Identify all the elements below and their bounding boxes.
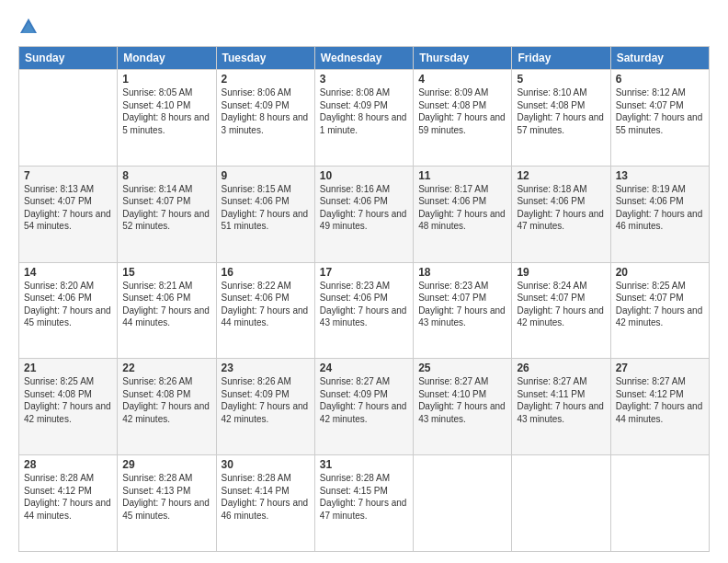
day-number: 5 [517, 73, 605, 86]
day-number: 21 [24, 362, 112, 374]
day-info: Sunrise: 8:28 AM Sunset: 4:13 PM Dayligh… [122, 472, 210, 522]
calendar-cell: 13Sunrise: 8:19 AM Sunset: 4:06 PM Dayli… [610, 166, 709, 262]
calendar-cell: 8Sunrise: 8:14 AM Sunset: 4:07 PM Daylig… [118, 166, 216, 262]
calendar-cell: 31Sunrise: 8:28 AM Sunset: 4:15 PM Dayli… [314, 455, 413, 552]
day-info: Sunrise: 8:26 AM Sunset: 4:09 PM Dayligh… [222, 375, 310, 425]
day-number: 28 [24, 458, 112, 471]
calendar-cell: 3Sunrise: 8:08 AM Sunset: 4:09 PM Daylig… [314, 70, 413, 167]
day-info: Sunrise: 8:26 AM Sunset: 4:08 PM Dayligh… [122, 375, 210, 425]
day-info: Sunrise: 8:20 AM Sunset: 4:06 PM Dayligh… [24, 280, 112, 329]
calendar-cell [512, 455, 610, 552]
calendar-cell: 30Sunrise: 8:28 AM Sunset: 4:14 PM Dayli… [216, 455, 314, 552]
day-info: Sunrise: 8:13 AM Sunset: 4:07 PM Dayligh… [24, 183, 112, 233]
day-info: Sunrise: 8:25 AM Sunset: 4:08 PM Dayligh… [24, 375, 112, 425]
calendar-week-4: 21Sunrise: 8:25 AM Sunset: 4:08 PM Dayli… [19, 359, 710, 455]
weekday-header-saturday: Saturday [610, 47, 709, 70]
calendar-cell [19, 70, 118, 167]
calendar-header-row: SundayMondayTuesdayWednesdayThursdayFrid… [19, 47, 710, 70]
calendar-cell: 19Sunrise: 8:24 AM Sunset: 4:07 PM Dayli… [512, 262, 610, 359]
page: SundayMondayTuesdayWednesdayThursdayFrid… [0, 0, 728, 563]
calendar-cell: 29Sunrise: 8:28 AM Sunset: 4:13 PM Dayli… [118, 455, 216, 552]
weekday-header-thursday: Thursday [414, 47, 512, 70]
calendar-cell: 9Sunrise: 8:15 AM Sunset: 4:06 PM Daylig… [216, 166, 314, 262]
day-number: 15 [122, 266, 210, 279]
day-number: 1 [122, 73, 210, 86]
calendar-table: SundayMondayTuesdayWednesdayThursdayFrid… [18, 46, 710, 552]
day-info: Sunrise: 8:28 AM Sunset: 4:15 PM Dayligh… [320, 472, 408, 522]
calendar-cell: 16Sunrise: 8:22 AM Sunset: 4:06 PM Dayli… [216, 262, 314, 359]
calendar-week-2: 7Sunrise: 8:13 AM Sunset: 4:07 PM Daylig… [19, 166, 710, 262]
day-number: 8 [122, 169, 210, 182]
day-number: 27 [616, 362, 704, 374]
day-info: Sunrise: 8:12 AM Sunset: 4:07 PM Dayligh… [616, 86, 704, 136]
calendar-cell: 7Sunrise: 8:13 AM Sunset: 4:07 PM Daylig… [19, 166, 118, 262]
day-number: 24 [320, 362, 408, 374]
day-info: Sunrise: 8:09 AM Sunset: 4:08 PM Dayligh… [418, 86, 506, 136]
calendar-cell: 28Sunrise: 8:28 AM Sunset: 4:12 PM Dayli… [19, 455, 118, 552]
day-info: Sunrise: 8:06 AM Sunset: 4:09 PM Dayligh… [222, 86, 310, 136]
day-info: Sunrise: 8:25 AM Sunset: 4:07 PM Dayligh… [616, 280, 704, 329]
day-number: 29 [122, 458, 210, 471]
weekday-header-friday: Friday [512, 47, 610, 70]
calendar-cell: 20Sunrise: 8:25 AM Sunset: 4:07 PM Dayli… [610, 262, 709, 359]
day-number: 7 [24, 169, 112, 182]
day-info: Sunrise: 8:27 AM Sunset: 4:09 PM Dayligh… [320, 375, 408, 425]
header [18, 17, 710, 37]
day-info: Sunrise: 8:28 AM Sunset: 4:14 PM Dayligh… [222, 472, 310, 522]
logo [18, 17, 42, 37]
day-number: 3 [320, 73, 408, 86]
calendar-cell: 24Sunrise: 8:27 AM Sunset: 4:09 PM Dayli… [314, 359, 413, 455]
day-number: 20 [616, 266, 704, 279]
day-info: Sunrise: 8:21 AM Sunset: 4:06 PM Dayligh… [122, 280, 210, 329]
calendar-cell: 18Sunrise: 8:23 AM Sunset: 4:07 PM Dayli… [414, 262, 512, 359]
day-number: 26 [517, 362, 605, 374]
calendar-cell: 10Sunrise: 8:16 AM Sunset: 4:06 PM Dayli… [314, 166, 413, 262]
day-info: Sunrise: 8:28 AM Sunset: 4:12 PM Dayligh… [24, 472, 112, 522]
day-info: Sunrise: 8:27 AM Sunset: 4:11 PM Dayligh… [517, 375, 605, 425]
day-number: 10 [320, 169, 408, 182]
day-info: Sunrise: 8:19 AM Sunset: 4:06 PM Dayligh… [616, 183, 704, 233]
day-info: Sunrise: 8:18 AM Sunset: 4:06 PM Dayligh… [517, 183, 605, 233]
day-info: Sunrise: 8:15 AM Sunset: 4:06 PM Dayligh… [222, 183, 310, 233]
calendar-cell: 12Sunrise: 8:18 AM Sunset: 4:06 PM Dayli… [512, 166, 610, 262]
day-info: Sunrise: 8:23 AM Sunset: 4:07 PM Dayligh… [418, 280, 506, 329]
calendar-cell: 5Sunrise: 8:10 AM Sunset: 4:08 PM Daylig… [512, 70, 610, 167]
calendar-cell: 27Sunrise: 8:27 AM Sunset: 4:12 PM Dayli… [610, 359, 709, 455]
day-number: 16 [222, 266, 310, 279]
day-number: 30 [222, 458, 310, 471]
day-number: 6 [616, 73, 704, 86]
calendar-week-3: 14Sunrise: 8:20 AM Sunset: 4:06 PM Dayli… [19, 262, 710, 359]
day-number: 11 [418, 169, 506, 182]
day-number: 23 [222, 362, 310, 374]
day-number: 14 [24, 266, 112, 279]
calendar-week-5: 28Sunrise: 8:28 AM Sunset: 4:12 PM Dayli… [19, 455, 710, 552]
day-number: 25 [418, 362, 506, 374]
weekday-header-tuesday: Tuesday [216, 47, 314, 70]
calendar-cell: 4Sunrise: 8:09 AM Sunset: 4:08 PM Daylig… [414, 70, 512, 167]
day-number: 22 [122, 362, 210, 374]
day-number: 12 [517, 169, 605, 182]
calendar-cell: 2Sunrise: 8:06 AM Sunset: 4:09 PM Daylig… [216, 70, 314, 167]
calendar-cell: 6Sunrise: 8:12 AM Sunset: 4:07 PM Daylig… [610, 70, 709, 167]
day-info: Sunrise: 8:08 AM Sunset: 4:09 PM Dayligh… [320, 86, 408, 136]
day-number: 13 [616, 169, 704, 182]
day-info: Sunrise: 8:16 AM Sunset: 4:06 PM Dayligh… [320, 183, 408, 233]
day-number: 17 [320, 266, 408, 279]
calendar-cell: 26Sunrise: 8:27 AM Sunset: 4:11 PM Dayli… [512, 359, 610, 455]
day-info: Sunrise: 8:10 AM Sunset: 4:08 PM Dayligh… [517, 86, 605, 136]
calendar-cell: 23Sunrise: 8:26 AM Sunset: 4:09 PM Dayli… [216, 359, 314, 455]
day-info: Sunrise: 8:14 AM Sunset: 4:07 PM Dayligh… [122, 183, 210, 233]
calendar-cell: 15Sunrise: 8:21 AM Sunset: 4:06 PM Dayli… [118, 262, 216, 359]
calendar-cell: 17Sunrise: 8:23 AM Sunset: 4:06 PM Dayli… [314, 262, 413, 359]
day-info: Sunrise: 8:23 AM Sunset: 4:06 PM Dayligh… [320, 280, 408, 329]
calendar-cell: 22Sunrise: 8:26 AM Sunset: 4:08 PM Dayli… [118, 359, 216, 455]
day-info: Sunrise: 8:05 AM Sunset: 4:10 PM Dayligh… [122, 86, 210, 136]
day-number: 9 [222, 169, 310, 182]
day-info: Sunrise: 8:27 AM Sunset: 4:10 PM Dayligh… [418, 375, 506, 425]
day-number: 4 [418, 73, 506, 86]
weekday-header-sunday: Sunday [19, 47, 118, 70]
logo-icon [18, 17, 39, 37]
calendar-cell: 11Sunrise: 8:17 AM Sunset: 4:06 PM Dayli… [414, 166, 512, 262]
weekday-header-wednesday: Wednesday [314, 47, 413, 70]
day-number: 31 [320, 458, 408, 471]
